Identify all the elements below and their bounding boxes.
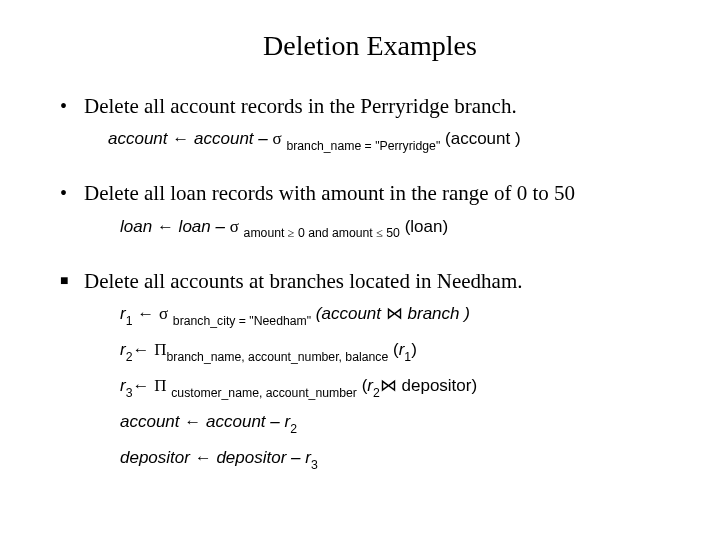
page-title: Deletion Examples xyxy=(60,30,680,62)
join-icon xyxy=(386,300,403,327)
formula-line: account ← account – r2 xyxy=(120,408,680,438)
join-icon xyxy=(380,372,397,399)
bullet-icon: • xyxy=(60,179,84,207)
formula: loan ← loan – σ amount ≥ 0 and amount ≤ … xyxy=(120,213,680,243)
list-item: • Delete all account records in the Perr… xyxy=(60,92,680,155)
item-text: Delete all account records in the Perryr… xyxy=(84,92,517,121)
item-text: Delete all accounts at branches located … xyxy=(84,267,522,296)
formula-block: r1 ← σ branch_city = "Needham" (account … xyxy=(120,300,680,474)
list-item: ■ Delete all accounts at branches locate… xyxy=(60,267,680,474)
formula: account ← account – σ branch_name = "Per… xyxy=(108,125,680,155)
bullet-icon: ■ xyxy=(60,267,84,295)
slide: Deletion Examples • Delete all account r… xyxy=(0,0,720,518)
item-text: Delete all loan records with amount in t… xyxy=(84,179,575,208)
bullet-icon: • xyxy=(60,92,84,120)
formula-line: r3← Π customer_name, account_number (r2 … xyxy=(120,372,680,402)
formula-line: r1 ← σ branch_city = "Needham" (account … xyxy=(120,300,680,330)
list-item: • Delete all loan records with amount in… xyxy=(60,179,680,242)
formula-line: depositor ← depositor – r3 xyxy=(120,444,680,474)
formula-line: r2← Πbranch_name, account_number, balanc… xyxy=(120,336,680,366)
